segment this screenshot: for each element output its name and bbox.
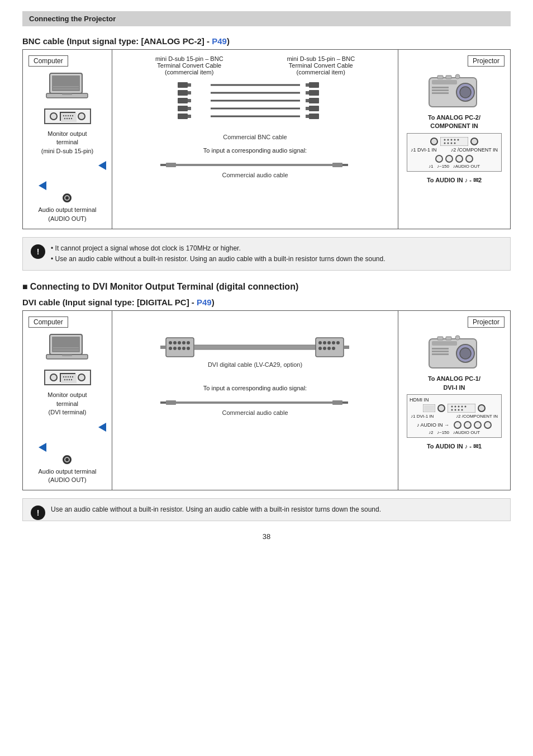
svg-rect-110 <box>342 401 348 404</box>
dvi-audio-ports-label: ♪2 ♪~150 ♪AUDIO OUT <box>410 430 499 435</box>
svg-point-81 <box>70 379 72 380</box>
bnc-middle-col: mini D-sub 15-pin – BNCTerminal Convert … <box>112 50 398 229</box>
monitor-output-caption: Monitor outputterminal(mini D-sub 15-pin… <box>41 130 94 155</box>
svg-point-120 <box>455 336 460 340</box>
svg-point-85 <box>178 341 181 344</box>
svg-point-89 <box>173 347 177 350</box>
svg-point-96 <box>318 341 322 344</box>
dvi-link-end: ) <box>212 297 215 307</box>
dvi-link[interactable]: P49 <box>197 297 212 307</box>
dvi-audio-jack-icon <box>63 455 72 464</box>
svg-point-97 <box>323 341 326 344</box>
svg-point-125 <box>455 406 456 408</box>
dvi-port <box>60 373 75 382</box>
svg-rect-31 <box>306 83 309 87</box>
svg-point-58 <box>448 139 449 140</box>
svg-rect-36 <box>309 98 319 103</box>
svg-point-83 <box>169 341 172 344</box>
svg-point-12 <box>64 118 65 119</box>
bnc-arrow-left <box>98 161 106 170</box>
svg-rect-39 <box>306 115 309 118</box>
bnc-computer-label: Computer <box>28 55 68 67</box>
svg-point-62 <box>444 142 446 144</box>
svg-rect-42 <box>160 164 166 166</box>
dvi-main-port <box>448 404 475 413</box>
svg-point-98 <box>327 341 331 344</box>
audio-ports-label-bnc: ♪1 ♪~150 ♪AUDIO OUT <box>410 164 499 169</box>
bnc-diagram: Computer <box>22 49 511 229</box>
dvi-audio-arrow-row <box>39 443 97 452</box>
svg-point-113 <box>460 348 471 359</box>
note-box-2: ! Use an audio cable without a built-in … <box>22 498 511 521</box>
svg-rect-122 <box>424 405 434 411</box>
svg-rect-21 <box>188 99 191 102</box>
svg-rect-3 <box>62 93 72 95</box>
svg-point-91 <box>182 347 185 350</box>
cable-labels-row: mini D-sub 15-pin – BNCTerminal Convert … <box>123 55 387 75</box>
dvi-audio-ports-row: ♪ AUDIO IN → <box>410 421 499 429</box>
audio-cable-label: Commercial audio cable <box>222 172 288 178</box>
to-audio-label-bnc: To AUDIO IN ♪ - ✉2 <box>427 176 482 185</box>
bnc-link[interactable]: P49 <box>212 36 227 46</box>
svg-point-11 <box>72 115 73 116</box>
bnc-link-end: ) <box>227 36 230 46</box>
svg-point-78 <box>64 379 65 380</box>
svg-rect-93 <box>160 346 166 349</box>
svg-rect-43 <box>176 164 332 166</box>
svg-rect-105 <box>344 346 349 349</box>
dvi-audio-arrow-left <box>39 443 46 452</box>
svg-point-15 <box>70 118 72 119</box>
audio-port-4 <box>465 155 473 163</box>
cable-label-left: mini D-sub 15-pin – BNCTerminal Convert … <box>130 55 249 75</box>
svg-rect-106 <box>166 400 176 405</box>
svg-rect-51 <box>432 89 449 91</box>
bnc-wires-svg <box>211 81 300 131</box>
dvi-port-circle-left <box>50 374 58 381</box>
dvi-monitor-output-caption: Monitor outputterminal(DVI terminal) <box>47 391 87 417</box>
audio-arrow-row <box>39 181 97 190</box>
dvi-cable-label: DVI digital cable (LV-CA29, option) <box>208 361 302 368</box>
svg-point-84 <box>173 341 177 344</box>
svg-rect-49 <box>432 80 457 84</box>
svg-rect-37 <box>306 107 309 110</box>
svg-rect-69 <box>62 355 72 356</box>
audio-output-caption: Audio output terminal(AUDIO OUT) <box>39 206 97 223</box>
svg-point-86 <box>182 341 185 344</box>
dvi-audio-p2 <box>464 421 472 429</box>
bnc-wires-center <box>211 81 300 131</box>
dvi-audio-p1 <box>454 421 461 429</box>
dvi-diagram: Computer <box>22 310 511 490</box>
svg-point-124 <box>451 406 453 408</box>
dvi-arrow-area <box>28 423 106 432</box>
svg-point-55 <box>455 74 460 79</box>
bnc-projector-label: Projector <box>468 55 505 67</box>
dvi-audio-p4 <box>484 421 492 429</box>
port-circle-left <box>50 112 58 120</box>
audio-output-area: Audio output terminal(AUDIO OUT) <box>39 181 97 223</box>
port-dvi <box>440 137 468 146</box>
bnc-right-connector <box>302 81 333 131</box>
section2-heading: Connecting to DVI Monitor Output Termina… <box>22 282 511 292</box>
svg-rect-107 <box>160 401 166 404</box>
svg-rect-116 <box>432 351 449 352</box>
svg-point-129 <box>451 409 453 411</box>
svg-rect-22 <box>178 106 188 111</box>
dvi-audio-cable-svg <box>160 396 350 409</box>
svg-point-8 <box>65 115 66 116</box>
svg-point-61 <box>458 139 459 140</box>
svg-point-79 <box>66 379 67 380</box>
svg-point-126 <box>458 406 460 408</box>
note-text-1a: • It cannot project a signal whose dot c… <box>51 243 501 254</box>
port-1 <box>430 138 438 145</box>
svg-rect-35 <box>306 99 309 102</box>
audio-port-3 <box>455 155 463 163</box>
dvi-port-l <box>437 404 445 412</box>
port-circle-right <box>78 112 85 120</box>
dvi-ports-row-1 <box>410 404 499 413</box>
dvi-section-title: DVI cable (Input signal type: [DIGITAL P… <box>22 297 511 307</box>
svg-point-90 <box>178 347 181 350</box>
dvi-cable-svg <box>160 333 350 361</box>
bnc-arrow-area <box>28 161 106 170</box>
svg-point-9 <box>67 115 68 116</box>
monitor-output-port <box>44 108 91 124</box>
